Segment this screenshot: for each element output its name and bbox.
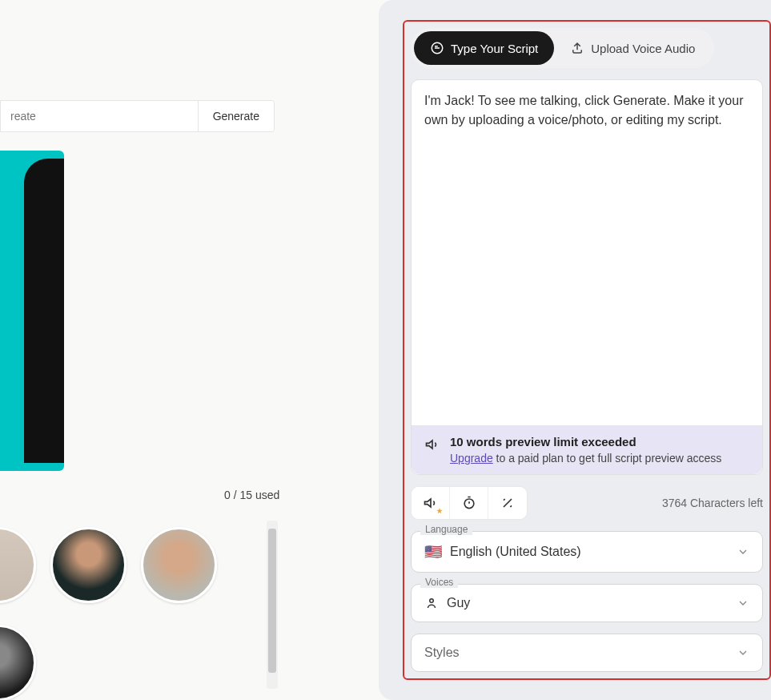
preview-limit-warning: 10 words preview limit exceeded Upgrade … [412, 425, 762, 474]
chevron-down-icon [737, 545, 749, 558]
styles-placeholder: Styles [424, 646, 460, 660]
generate-button[interactable]: Generate [198, 101, 274, 131]
script-panel: Type Your Script Upload Voice Audio 10 w… [403, 20, 771, 680]
avatar-thumbnail[interactable] [0, 625, 36, 700]
voices-value: Guy [447, 596, 470, 610]
voices-label: Voices [420, 577, 458, 588]
tab-upload-audio[interactable]: Upload Voice Audio [554, 31, 711, 65]
script-textarea[interactable] [412, 80, 762, 425]
styles-select[interactable]: Styles [411, 634, 763, 672]
characters-remaining: 3764 Characters left [662, 497, 763, 509]
avatar-preview [0, 151, 64, 471]
script-tools [411, 486, 528, 520]
avatar-thumbnail[interactable] [50, 527, 126, 603]
prompt-input[interactable] [1, 110, 198, 123]
scrollbar-thumb[interactable] [268, 529, 276, 673]
tab-type-script[interactable]: Type Your Script [414, 31, 554, 65]
flag-icon: 🇺🇸 [424, 543, 442, 561]
upload-icon [570, 41, 584, 55]
tab-label: Type Your Script [451, 42, 538, 55]
chevron-down-icon [737, 646, 749, 659]
script-input-tabs: Type Your Script Upload Voice Audio [411, 28, 714, 68]
prompt-input-bar: Generate [0, 100, 275, 132]
person-icon [424, 596, 439, 610]
svg-point-1 [464, 499, 474, 509]
timer-button[interactable] [450, 487, 488, 519]
edit-tool-button[interactable] [488, 487, 527, 519]
avatar-thumbnail[interactable] [0, 527, 36, 603]
avatar-image [24, 159, 64, 463]
warning-subtitle: Upgrade to a paid plan to get full scrip… [450, 452, 749, 465]
svg-point-2 [430, 599, 434, 603]
language-label: Language [420, 524, 472, 535]
warning-title: 10 words preview limit exceeded [450, 435, 749, 449]
usage-counter: 0 / 15 used [224, 489, 279, 501]
language-value: English (United States) [450, 545, 581, 559]
preview-audio-button[interactable] [412, 487, 450, 519]
avatar-thumbnail[interactable] [141, 527, 217, 603]
language-select[interactable]: 🇺🇸 English (United States) [411, 531, 763, 573]
chat-icon [430, 41, 444, 55]
speaker-icon [424, 436, 440, 453]
upgrade-link[interactable]: Upgrade [450, 452, 493, 465]
chevron-down-icon [737, 597, 749, 609]
warning-text: to a paid plan to get full script previe… [493, 452, 722, 465]
avatar-scrollbar[interactable] [267, 521, 278, 689]
tab-label: Upload Voice Audio [591, 42, 695, 55]
voices-select[interactable]: Guy [411, 584, 763, 622]
